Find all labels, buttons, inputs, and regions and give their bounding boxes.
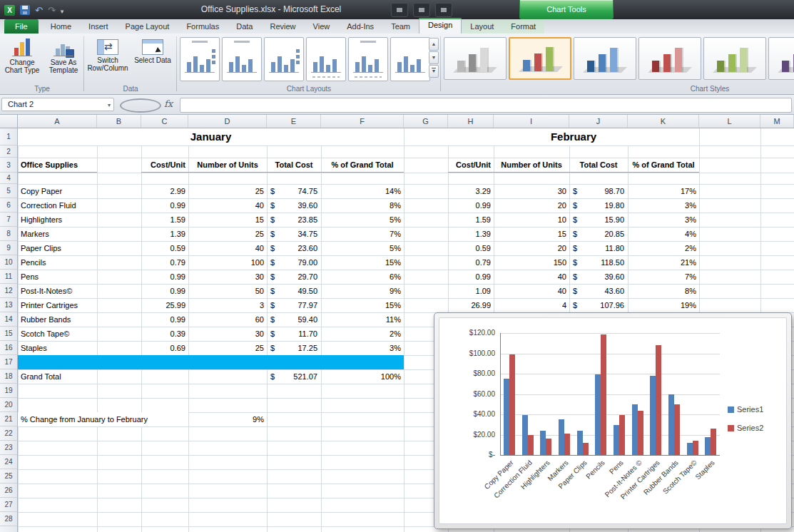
cell-I9[interactable]: 20 bbox=[494, 241, 569, 255]
cell-D11[interactable]: 30 bbox=[188, 270, 267, 284]
cell-H11[interactable]: 0.99 bbox=[448, 270, 494, 284]
col-header-J[interactable]: J bbox=[569, 115, 628, 128]
row-header-19[interactable]: 19 bbox=[0, 384, 17, 398]
chart-bar-series1-10[interactable] bbox=[668, 394, 674, 455]
cell-J6[interactable]: $19.80 bbox=[569, 198, 628, 213]
row-header-2[interactable]: 2 bbox=[0, 145, 17, 158]
col-header-K[interactable]: K bbox=[628, 115, 699, 128]
chart-bar-series1-5[interactable] bbox=[577, 431, 583, 455]
chart-bar-series1-4[interactable] bbox=[559, 419, 564, 455]
chart-bar-series1-3[interactable] bbox=[540, 431, 546, 455]
cell-E9[interactable]: $23.60 bbox=[267, 241, 321, 255]
chart-bar-series1-7[interactable] bbox=[614, 425, 619, 455]
cell-F5[interactable]: 14% bbox=[321, 184, 404, 198]
row-header-24[interactable]: 24 bbox=[0, 455, 17, 469]
cell-K7[interactable]: 3% bbox=[628, 213, 699, 227]
cell-I11[interactable]: 40 bbox=[494, 270, 569, 284]
cell-A8[interactable]: Markers bbox=[18, 227, 97, 241]
col-header-C[interactable]: C bbox=[141, 115, 188, 128]
chart-layout-thumb-1[interactable] bbox=[180, 37, 220, 81]
cell-E10[interactable]: $79.00 bbox=[267, 255, 321, 270]
chart-layout-thumb-6[interactable] bbox=[390, 37, 430, 81]
chart-style-thumb-5[interactable] bbox=[703, 37, 766, 80]
cell-A3[interactable]: Office Supplies bbox=[18, 158, 97, 173]
col-header-H[interactable]: H bbox=[448, 115, 494, 128]
cell-D6[interactable]: 40 bbox=[188, 198, 267, 213]
cell-february-title[interactable]: February bbox=[448, 128, 699, 145]
cell-C16[interactable]: 0.69 bbox=[141, 341, 188, 355]
cell-C6[interactable]: 0.99 bbox=[141, 198, 188, 213]
chart-bar-series2-3[interactable] bbox=[546, 439, 551, 455]
cell-E11[interactable]: $29.70 bbox=[267, 270, 321, 284]
chart-bar-series2-4[interactable] bbox=[564, 434, 570, 455]
cell-K13[interactable]: 19% bbox=[628, 298, 699, 312]
cell-J12[interactable]: $43.60 bbox=[569, 284, 628, 298]
cell-K8[interactable]: 4% bbox=[628, 227, 699, 241]
cell-F12[interactable]: 9% bbox=[321, 284, 404, 298]
chart-bar-series1-11[interactable] bbox=[687, 443, 693, 455]
chart-bar-series2-1[interactable] bbox=[509, 354, 515, 455]
cell-H8[interactable]: 1.39 bbox=[448, 227, 494, 241]
cell-A7[interactable]: Highlighters bbox=[18, 213, 97, 227]
cell-K5[interactable]: 17% bbox=[628, 184, 699, 198]
cell-F18[interactable]: 100% bbox=[321, 369, 404, 384]
cell-F10[interactable]: 15% bbox=[321, 255, 404, 270]
cell-E16[interactable]: $17.25 bbox=[267, 341, 321, 355]
cell-A6[interactable]: Correction Fluid bbox=[18, 198, 97, 213]
cell-J8[interactable]: $20.85 bbox=[569, 227, 628, 241]
cell-K12[interactable]: 8% bbox=[628, 284, 699, 298]
cell-J13[interactable]: $107.96 bbox=[569, 298, 628, 312]
chart-layout-thumb-4[interactable] bbox=[306, 37, 346, 81]
cell-C8[interactable]: 1.39 bbox=[141, 227, 188, 241]
cell-J7[interactable]: $15.90 bbox=[569, 213, 628, 227]
cell-I7[interactable]: 10 bbox=[494, 213, 569, 227]
row-header-3[interactable]: 3 bbox=[0, 158, 17, 173]
row-header-22[interactable]: 22 bbox=[0, 426, 17, 441]
tab-data[interactable]: Data bbox=[228, 19, 261, 34]
tab-home[interactable]: Home bbox=[42, 19, 80, 34]
chart-style-thumb-2[interactable] bbox=[509, 37, 571, 80]
tab-insert[interactable]: Insert bbox=[80, 19, 117, 34]
cell-E7[interactable]: $23.85 bbox=[267, 213, 321, 227]
row-header-25[interactable]: 25 bbox=[0, 469, 17, 484]
chart-style-thumb-4[interactable] bbox=[638, 37, 701, 80]
cell-H10[interactable]: 0.79 bbox=[448, 255, 494, 270]
cell-I3[interactable]: Number of Units bbox=[494, 158, 569, 173]
cell-E15[interactable]: $11.70 bbox=[267, 327, 321, 341]
chart-bar-series1-12[interactable] bbox=[705, 437, 711, 455]
row-header-20[interactable]: 20 bbox=[0, 398, 17, 412]
cell-I13[interactable]: 4 bbox=[494, 298, 569, 312]
cell-H6[interactable]: 0.99 bbox=[448, 198, 494, 213]
cell-D9[interactable]: 40 bbox=[188, 241, 267, 255]
select-data-button[interactable]: Select Data bbox=[131, 35, 174, 83]
tab-layout[interactable]: Layout bbox=[462, 19, 502, 34]
tab-view[interactable]: View bbox=[305, 19, 339, 34]
cell-C9[interactable]: 0.59 bbox=[141, 241, 188, 255]
cell-E3[interactable]: Total Cost bbox=[267, 158, 321, 173]
scroll-down-icon[interactable] bbox=[429, 51, 439, 64]
cell-D12[interactable]: 50 bbox=[188, 284, 267, 298]
cell-A13[interactable]: Printer Cartriges bbox=[18, 298, 97, 312]
cell-E6[interactable]: $39.60 bbox=[267, 198, 321, 213]
cell-D14[interactable]: 60 bbox=[188, 312, 267, 327]
cell-F7[interactable]: 5% bbox=[321, 213, 404, 227]
highlighted-row[interactable] bbox=[18, 355, 404, 369]
cell-C12[interactable]: 0.99 bbox=[141, 284, 188, 298]
chart-bar-series2-6[interactable] bbox=[601, 334, 606, 455]
change-chart-type-button[interactable]: Change Chart Type bbox=[1, 35, 43, 83]
col-header-L[interactable]: L bbox=[699, 115, 760, 128]
name-box-dropdown-icon[interactable] bbox=[108, 99, 111, 111]
col-header-D[interactable]: D bbox=[188, 115, 267, 128]
tab-design[interactable]: Design bbox=[419, 18, 462, 34]
row-header-21[interactable]: 21 bbox=[0, 412, 17, 426]
col-header-G[interactable]: G bbox=[404, 115, 448, 128]
cell-D8[interactable]: 25 bbox=[188, 227, 267, 241]
cell-C3[interactable]: Cost/Unit bbox=[141, 158, 188, 173]
titlebar-button-3[interactable] bbox=[435, 3, 452, 17]
row-header-13[interactable]: 13 bbox=[0, 298, 17, 312]
cell-F6[interactable]: 8% bbox=[321, 198, 404, 213]
row-header-10[interactable]: 10 bbox=[0, 255, 17, 270]
tab-page-layout[interactable]: Page Layout bbox=[117, 19, 178, 34]
cell-D3[interactable]: Number of Units bbox=[188, 158, 267, 173]
insert-function-icon[interactable]: fx bbox=[164, 98, 173, 109]
